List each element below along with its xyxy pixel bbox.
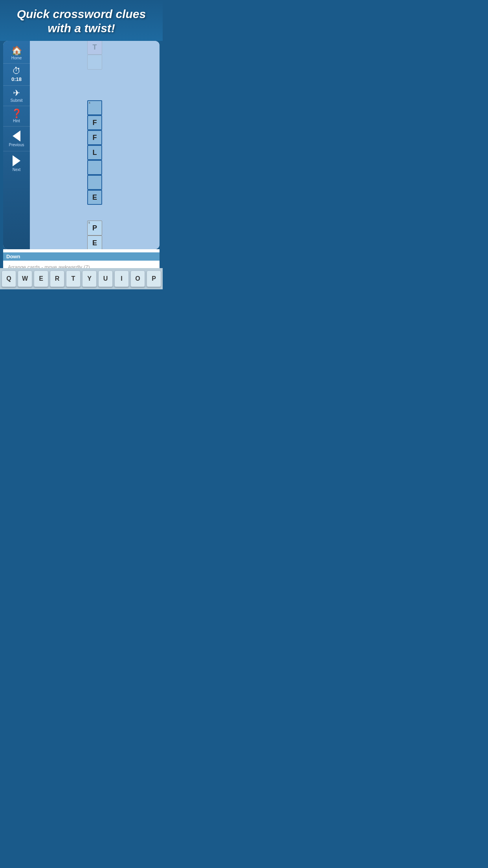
keyboard: Q W E R T Y U I O P <box>0 268 163 289</box>
next-label: Next <box>13 167 21 172</box>
key-t[interactable]: T <box>66 270 81 287</box>
clock-icon: ⏱ <box>12 67 21 75</box>
sidebar-item-home[interactable]: 🏠 Home <box>3 43 30 64</box>
grid-cell-active[interactable] <box>87 160 102 175</box>
key-i[interactable]: I <box>114 270 129 287</box>
grid-cell[interactable]: T <box>87 41 102 55</box>
cell-empty <box>87 70 102 85</box>
grid-table: 1 S S 2 S H E <box>86 41 103 249</box>
previous-label: Previous <box>9 143 24 147</box>
grid-row-5: 5P E R F E C T <box>87 206 102 249</box>
sidebar: 🏠 Home ⏱ 0:18 ✈ Submit ❓ Hint Previous N… <box>3 41 30 249</box>
grid-cell-active[interactable]: 4 <box>87 100 102 115</box>
previous-icon <box>13 131 20 142</box>
crossword-grid: ★ ★ ★ ★ ★ ★ ★ ★ ★ ★ ★ ★ ★ ★ ★ ★ ★ ★ ★ ★ <box>86 41 103 249</box>
hint-label: Hint <box>13 119 20 123</box>
grid-row-3: 3 H U R T <box>87 41 102 85</box>
key-w[interactable]: W <box>18 270 32 287</box>
grid-cell-active[interactable]: E <box>87 190 102 205</box>
sidebar-item-previous[interactable]: Previous <box>3 127 30 151</box>
grid-cell-active[interactable]: F <box>87 115 102 130</box>
key-q[interactable]: Q <box>2 270 16 287</box>
key-p[interactable]: P <box>147 270 161 287</box>
key-y[interactable]: Y <box>82 270 97 287</box>
key-e[interactable]: E <box>34 270 48 287</box>
grid-cell[interactable]: E <box>87 235 102 249</box>
grid-cell-active[interactable]: F <box>87 130 102 145</box>
hint-icon: ❓ <box>11 109 22 118</box>
app-title: Quick crossword clues with a twist! <box>8 7 155 35</box>
grid-cell-active[interactable]: L <box>87 145 102 160</box>
home-icon: 🏠 <box>11 46 22 55</box>
timer-display: 0:18 <box>11 76 22 82</box>
down-header: Down <box>3 252 160 261</box>
puzzle-area: ★ ★ ★ ★ ★ ★ ★ ★ ★ ★ ★ ★ ★ ★ ★ ★ ★ ★ ★ ★ <box>30 41 160 249</box>
grid-cell[interactable] <box>87 55 102 70</box>
cell-empty <box>87 85 102 100</box>
key-o[interactable]: O <box>130 270 145 287</box>
sidebar-item-hint[interactable]: ❓ Hint <box>3 106 30 127</box>
grid-row-4: 4 F F L E <box>87 85 102 205</box>
sidebar-item-timer: ⏱ 0:18 <box>3 64 30 86</box>
submit-label: Submit <box>10 98 22 103</box>
main-area: 🏠 Home ⏱ 0:18 ✈ Submit ❓ Hint Previous N… <box>3 41 160 249</box>
grid-cell-active[interactable] <box>87 175 102 190</box>
next-icon <box>13 155 20 166</box>
key-u[interactable]: U <box>98 270 113 287</box>
grid-cell[interactable]: 5P <box>87 221 102 235</box>
home-label: Home <box>11 56 22 60</box>
submit-icon: ✈ <box>13 89 20 97</box>
sidebar-item-next[interactable]: Next <box>3 151 30 176</box>
app-header: Quick crossword clues with a twist! <box>0 0 163 41</box>
sidebar-item-submit[interactable]: ✈ Submit <box>3 86 30 106</box>
key-r[interactable]: R <box>50 270 64 287</box>
cell-empty <box>87 206 102 221</box>
